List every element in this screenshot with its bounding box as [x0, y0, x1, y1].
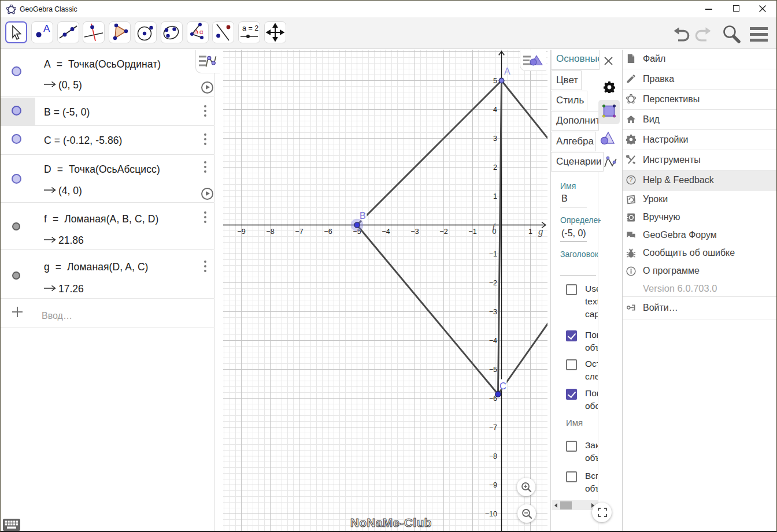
- svg-text:−10: −10: [485, 510, 497, 518]
- svg-text:a = 2: a = 2: [242, 24, 258, 32]
- svg-text:3: 3: [493, 135, 497, 143]
- svg-text:2: 2: [493, 163, 497, 172]
- svg-text:−6: −6: [324, 228, 332, 236]
- svg-text:−8: −8: [266, 228, 274, 236]
- svg-text:−8: −8: [489, 452, 497, 460]
- svg-text:?: ?: [629, 176, 632, 183]
- svg-text:α: α: [199, 28, 204, 35]
- svg-text:1: 1: [493, 192, 497, 200]
- svg-text:−3: −3: [489, 308, 497, 316]
- svg-text:−4: −4: [489, 337, 497, 345]
- svg-text:B: B: [360, 211, 366, 221]
- svg-text:A: A: [43, 23, 50, 34]
- svg-text:1: 1: [528, 228, 532, 236]
- svg-text:−5: −5: [489, 366, 497, 374]
- svg-text:−7: −7: [489, 423, 497, 431]
- svg-text:−3: −3: [410, 228, 419, 236]
- svg-text:5: 5: [493, 77, 497, 85]
- svg-text:−9: −9: [237, 228, 245, 236]
- svg-text:−9: −9: [489, 481, 497, 489]
- svg-text:−2: −2: [489, 279, 497, 287]
- svg-text:g: g: [538, 226, 543, 237]
- svg-text:−1: −1: [489, 250, 497, 258]
- svg-text:C: C: [500, 381, 506, 391]
- svg-text:−7: −7: [295, 228, 303, 236]
- svg-text:−2: −2: [439, 228, 447, 236]
- svg-text:−1: −1: [468, 228, 476, 236]
- svg-text:−4: −4: [382, 228, 390, 236]
- svg-text:A: A: [504, 66, 510, 76]
- svg-text:4: 4: [493, 106, 497, 114]
